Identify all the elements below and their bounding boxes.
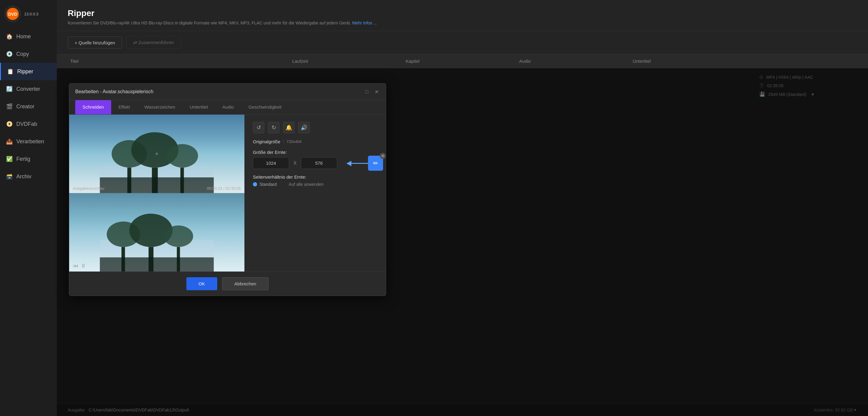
original-size-row: Originalgröße : 720x404 [253, 139, 377, 144]
dialog-body: + Ausgabevorschau 00:00:33 / 02:35:05 [69, 115, 386, 272]
col-laufzeit: Laufzeit [290, 59, 403, 64]
crop-ratio-row: Seitenverhältnis der Ernte: Standard Auf… [253, 174, 377, 187]
dialog-footer: OK Abbrechen [69, 272, 386, 296]
dialog-title-bar: Bearbeiten - Avatar.schauspielerisch □ ✕ [69, 83, 386, 100]
tab-geschwindigkeit[interactable]: Geschwindigkeit [241, 100, 288, 114]
pause-icon[interactable]: ⏸ [81, 263, 86, 269]
tab-untertitel[interactable]: Untertitel [183, 100, 215, 114]
sidebar-item-home[interactable]: 🏠 Home [0, 28, 57, 45]
edit-dialog: Bearbeiten - Avatar.schauspielerisch □ ✕… [69, 83, 386, 296]
prev-frame-icon[interactable]: ⏮ [73, 263, 78, 269]
main-content: Ripper Konvertieren Sie DVD/Blu-ray/4K U… [57, 0, 868, 416]
logo-circle: DVD [4, 5, 21, 22]
sidebar-item-copy[interactable]: 💿 Copy [0, 45, 57, 63]
sidebar-item-label: Ripper [17, 68, 33, 75]
col-kapitel: Kapitel [403, 59, 517, 64]
original-size-label: Originalgröße [253, 139, 280, 144]
sidebar-item-label: Converter [16, 86, 40, 92]
zusammenfuhren-button[interactable]: ⇄ Zusammenführen [126, 36, 181, 48]
add-source-button[interactable]: + Quelle hinzufügen [68, 36, 122, 48]
standard-label: Standard [259, 182, 277, 187]
sidebar-item-label: Copy [16, 51, 29, 57]
svg-rect-9 [100, 177, 214, 193]
sidebar-item-label: Verarbeiten [16, 138, 44, 145]
bell-button[interactable]: 🔔 [283, 122, 294, 133]
sidebar-item-converter[interactable]: 🔄 Converter [0, 80, 57, 98]
preview-label: Ausgabevorschau [73, 186, 104, 190]
dvdfab-icon: 📀 [6, 121, 13, 127]
standard-radio[interactable]: Standard [253, 182, 277, 187]
crop-width-input[interactable] [253, 157, 289, 169]
tab-schneiden[interactable]: Schneiden [75, 100, 111, 114]
radio-circle-selected [253, 182, 257, 186]
sidebar-item-ripper[interactable]: 📋 Ripper [0, 63, 57, 80]
original-size-value: 720x404 [286, 139, 302, 144]
crop-actions: ↺ ↻ 🔔 🔊 [253, 122, 377, 133]
preview-controls: ⏮ ⏸ [73, 263, 86, 269]
col-titel: Titel [68, 59, 290, 64]
dialog-title: Bearbeiten - Avatar.schauspielerisch [75, 89, 153, 95]
dialog-close-button[interactable]: ✕ [373, 89, 380, 95]
preview-time: 00:00:33 / 02:35:05 [207, 186, 241, 190]
preview-bottom-frame: ⏮ ⏸ [69, 193, 244, 272]
ratio-options: Standard Auf alle anwenden [253, 182, 377, 187]
sidebar-item-fertig[interactable]: ✅ Fertig [0, 150, 57, 168]
ok-button[interactable]: OK [186, 277, 217, 290]
verarbeiten-icon: 📤 [6, 138, 13, 145]
more-info-link[interactable]: Mehr Infos ... [352, 21, 377, 25]
converter-icon: 🔄 [6, 86, 13, 92]
sidebar-item-label: Home [16, 33, 31, 40]
sidebar-item-label: Fertig [16, 156, 30, 162]
crop-size-label: Größe der Ernte: [253, 150, 377, 155]
close-icon: ✕ [375, 89, 378, 95]
sidebar-item-verarbeiten[interactable]: 📤 Verarbeiten [0, 133, 57, 150]
svg-rect-17 [100, 257, 214, 272]
crop-panel: ↺ ↻ 🔔 🔊 Originalgröße : 720x404 Grö [244, 115, 386, 272]
crop-x-separator: X [293, 161, 297, 166]
svg-text:DVD: DVD [8, 12, 17, 16]
col-untertitel: Untertitel [630, 59, 744, 64]
cancel-button[interactable]: Abbrechen [222, 277, 269, 290]
fertig-icon: ✅ [6, 155, 13, 162]
edit-bubble[interactable]: ✏ ✕ [368, 155, 383, 171]
app-version: 13.0.0.3 [24, 12, 38, 16]
arrow-container [347, 163, 368, 164]
svg-point-13 [164, 226, 193, 247]
main-header: Ripper Konvertieren Sie DVD/Blu-ray/4K U… [57, 0, 868, 31]
page-title: Ripper [68, 8, 857, 18]
svg-point-5 [167, 144, 198, 168]
toolbar: + Quelle hinzufügen ⇄ Zusammenführen [57, 31, 868, 54]
sky-scene-top: + [69, 115, 244, 193]
sidebar-item-label: DVDFab [16, 121, 37, 127]
sidebar-item-creator[interactable]: 🎬 Creator [0, 98, 57, 115]
tab-wasserzeichen[interactable]: Wasserzeichen [137, 100, 183, 114]
sidebar-item-label: Creator [16, 103, 34, 110]
content-area: ⊙ MP4 | H264 | 480p | AAC ⏱ 02:35:05 💾 2… [57, 68, 868, 416]
preview-top-frame: + Ausgabevorschau 00:00:33 / 02:35:05 [69, 115, 244, 193]
tab-effekt[interactable]: Effekt [111, 100, 137, 114]
aspect-ratio-label: Seitenverhältnis der Ernte: [253, 174, 377, 179]
creator-icon: 🎬 [6, 103, 13, 110]
bubble-close-button[interactable]: ✕ [380, 153, 386, 159]
dialog-tabs: Schneiden Effekt Wasserzeichen Untertite… [69, 100, 386, 115]
col-actions [744, 59, 857, 64]
preview-plus-icon: + [155, 150, 159, 158]
maximize-icon: □ [365, 89, 368, 95]
redo-button[interactable]: ↻ [268, 122, 279, 133]
arrow-head [346, 161, 351, 166]
sidebar: DVD 13.0.0.3 🏠 Home 💿 Copy 📋 Ripper 🔄 Co… [0, 0, 57, 416]
tab-audio[interactable]: Audio [215, 100, 241, 114]
sidebar-item-archiv[interactable]: 🗃️ Archiv [0, 168, 57, 185]
sidebar-item-dvdfab[interactable]: 📀 DVDFab [0, 115, 57, 133]
video-preview: + Ausgabevorschau 00:00:33 / 02:35:05 [69, 115, 244, 272]
crop-height-input[interactable] [301, 157, 337, 169]
dialog-maximize-button[interactable]: □ [364, 89, 370, 95]
volume-button[interactable]: 🔊 [298, 122, 310, 133]
col-audio: Audio [517, 59, 630, 64]
undo-button[interactable]: ↺ [253, 122, 265, 133]
home-icon: 🏠 [6, 33, 13, 40]
pencil-icon: ✏ [373, 160, 378, 167]
arrow-line [347, 163, 368, 164]
pointer-bubble-container: ✏ ✕ [347, 155, 383, 171]
apply-all-button[interactable]: Auf alle anwenden [289, 182, 323, 187]
